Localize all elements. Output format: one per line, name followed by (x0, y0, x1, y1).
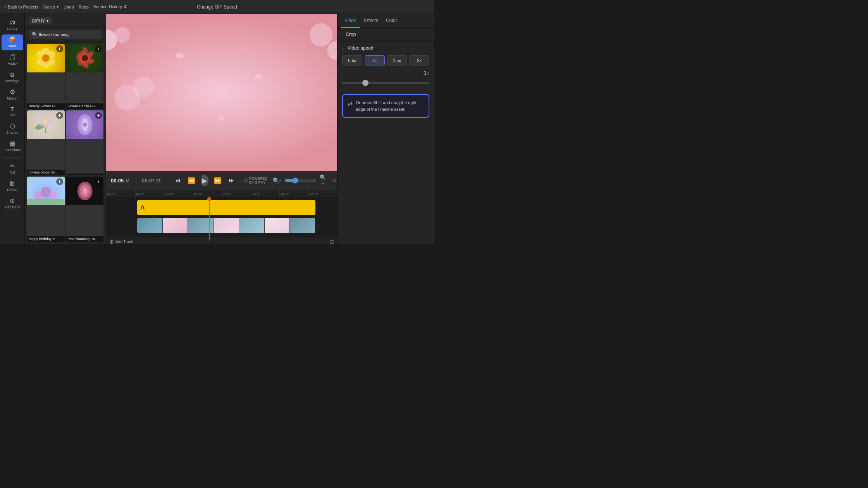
sidebar-item-library[interactable]: 🗂 Library (2, 17, 23, 33)
sidebar-divider (2, 157, 22, 158)
list-item[interactable]: Beauty Flower Gi... + (27, 44, 65, 109)
sidebar-item-shapes[interactable]: ⬡ Shapes (2, 121, 23, 137)
list-item[interactable]: flowers bloom Gi... + (27, 110, 65, 175)
hint-box: ⇄ Or press Shift and drag the right edge… (342, 94, 429, 118)
zoom-slider[interactable] (285, 177, 316, 184)
sidebar-item-shapes-label: Shapes (6, 131, 18, 134)
media-add-button[interactable]: + (95, 45, 102, 52)
search-wrap: 🔍 (29, 30, 102, 39)
panel-tabs: Video Effects Color (338, 14, 434, 28)
back-to-projects-button[interactable]: ‹ Back to Projects (5, 5, 38, 9)
preview-background: CHANGE GIF SPEED ONLINE (106, 14, 337, 171)
tab-video[interactable]: Video (341, 14, 360, 28)
zoom-out-button[interactable]: 🔍- (271, 177, 283, 184)
saved-dropdown-icon[interactable]: ▾ (57, 4, 59, 9)
add-track-button[interactable]: ⊕ Add Track (109, 239, 133, 244)
sidebar-item-audio[interactable]: 🎵 Audio (2, 52, 23, 68)
sidebar-item-overlays[interactable]: ⧉ Overlays (2, 69, 23, 85)
ruler-marks: 00:00 |00:01 |00:02 |00:03 |00:04 |00:05… (106, 190, 337, 198)
giphy-logo-text: POWERED BY GIPHY (249, 177, 267, 184)
svg-point-24 (40, 116, 45, 122)
sidebar-item-stock-label: Stock (8, 44, 17, 48)
project-title: Change GIF Speed (197, 4, 237, 10)
play-pause-button[interactable]: ▶ (201, 175, 208, 186)
svg-point-44 (310, 23, 332, 46)
text-clip[interactable]: A (137, 200, 315, 215)
ruler-mark-4: |00:04 (222, 190, 251, 198)
speed-1.5x-button[interactable]: 1.5x (387, 55, 407, 65)
ruler-mark-1: |00:01 (135, 190, 164, 198)
list-item[interactable]: happy birthday lo... + (27, 177, 65, 242)
speed-0.5x-button[interactable]: 0.5x (342, 55, 362, 65)
svg-point-32 (41, 187, 51, 198)
video-thumb-cell-6 (265, 218, 290, 233)
search-input[interactable] (29, 30, 102, 39)
media-add-button[interactable]: + (56, 45, 63, 52)
current-timecode: 00:05 18 (111, 178, 138, 184)
skip-back-button[interactable]: ⏮ (173, 176, 182, 185)
speed-value: 1 (424, 70, 427, 76)
zoom-in-button[interactable]: 🔍+ (318, 174, 328, 187)
sidebar-item-text[interactable]: T Text (2, 104, 23, 119)
ruler-mark-3: |00:03 (193, 190, 222, 198)
back-chevron-icon: ‹ (5, 5, 6, 9)
media-card-label (66, 174, 104, 175)
speed-section: ⌄ Video speed 0.5x 1x 1.5x 2x 1 x (338, 41, 434, 90)
list-item[interactable]: Flower Dahlia GIF + (66, 44, 104, 109)
svg-point-20 (47, 116, 52, 122)
sidebar-item-transitions-label: Transitions (4, 148, 21, 152)
crop-label: Crop (346, 32, 356, 37)
saved-label: Saved (43, 5, 55, 9)
ruler-mark-5: |00:05 (251, 190, 280, 198)
tab-effects[interactable]: Effects (360, 14, 382, 28)
giphy-label: GIPHY (32, 19, 45, 23)
crop-section: › Crop (338, 28, 434, 41)
media-card-label: flowers bloom Gi... (27, 170, 65, 175)
source-selector[interactable]: GIPHY ▾ (29, 17, 52, 24)
media-add-button[interactable]: + (56, 178, 63, 185)
hint-arrow-icon: ⇄ (348, 100, 353, 107)
sidebar-item-transitions[interactable]: ▦ Transitions (2, 138, 23, 154)
back-to-projects-label: Back to Projects (8, 5, 38, 9)
ruler-mark-0: 00:00 (106, 190, 135, 198)
rewind-button[interactable]: ⏪ (186, 176, 197, 185)
sidebar-item-cut[interactable]: ✂ Cut (2, 161, 23, 177)
media-add-button[interactable]: + (56, 112, 63, 119)
sidebar-item-library-label: Library (7, 27, 18, 31)
layer-icon: ⊟ (329, 239, 334, 244)
media-add-button[interactable]: + (95, 112, 102, 119)
list-item[interactable]: + (66, 110, 104, 175)
speed-section-header[interactable]: ⌄ Video speed (342, 45, 429, 51)
timeline-playhead[interactable] (209, 198, 210, 241)
sidebar-item-audio-label: Audio (8, 62, 17, 65)
skip-forward-button[interactable]: ⏭ (227, 176, 236, 185)
fast-forward-button[interactable]: ⏩ (212, 176, 223, 185)
speed-slider[interactable] (342, 82, 429, 84)
total-timecode: 00:07 27 (142, 178, 169, 184)
svg-point-7 (42, 54, 50, 62)
tab-color[interactable]: Color (382, 14, 401, 28)
timeline-ruler: 00:00 |00:01 |00:02 |00:03 |00:04 |00:05… (106, 190, 337, 198)
video-clip[interactable] (137, 218, 315, 233)
speed-1x-button[interactable]: 1x (365, 55, 385, 65)
undo-button[interactable]: Undo (64, 5, 74, 9)
video-speed-label: Video speed (348, 45, 374, 51)
text-icon: T (10, 107, 14, 112)
ruler-mark-6: |00:06 (279, 190, 308, 198)
sidebar-item-motion[interactable]: ⚙ Motion (2, 87, 23, 103)
svg-point-48 (133, 77, 154, 98)
sidebar-item-add-track[interactable]: ⊕ Add Track (2, 196, 23, 211)
crop-section-header[interactable]: › Crop (342, 32, 429, 37)
redo-button[interactable]: Redo (79, 5, 89, 9)
sidebar-item-stock[interactable]: 📦 Stock (2, 34, 23, 50)
playback-controls: 00:05 18 00:07 27 ⏮ ⏪ ▶ ⏩ ⏭ ⬛ POWERED BY… (106, 171, 337, 190)
sidebar-item-delete[interactable]: 🗑 Delete (2, 178, 23, 194)
stock-icon: 📦 (9, 37, 16, 43)
audio-icon: 🎵 (9, 54, 16, 60)
version-history-button[interactable]: Version History ↺ (93, 4, 127, 9)
media-card-label: happy birthday lo... (27, 236, 65, 242)
video-thumb-cell-5 (239, 218, 265, 233)
speed-2x-button[interactable]: 2x (409, 55, 429, 65)
preview-title-line1: CHANGE GIF (179, 81, 264, 93)
list-item[interactable]: rose blooming GIF + (66, 177, 104, 242)
